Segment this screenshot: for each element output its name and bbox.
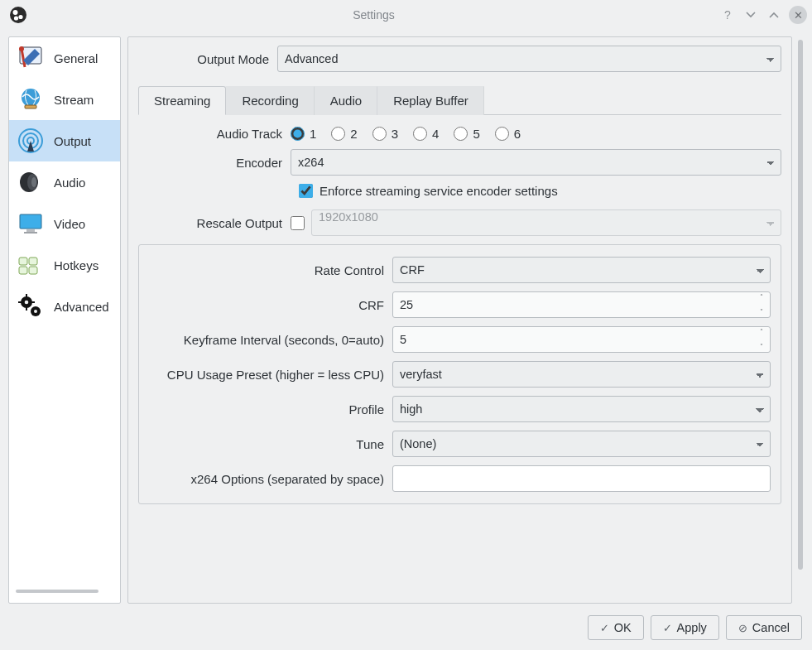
svg-rect-20: [29, 267, 37, 274]
sidebar-item-label: Audio: [54, 176, 85, 190]
svg-rect-17: [19, 258, 27, 265]
sidebar-item-output[interactable]: Output: [9, 120, 120, 161]
encoder-settings-group: Rate Control CRF CRF ˄˅ Keyframe Interva…: [138, 244, 781, 504]
audio-track-radio-5[interactable]: [454, 127, 468, 141]
x264-opts-label: x264 Options (separated by space): [149, 472, 392, 486]
rate-control-select[interactable]: CRF: [392, 257, 771, 283]
audio-track-option-3[interactable]: 3: [372, 127, 398, 141]
sidebar-item-label: Stream: [54, 93, 94, 107]
keyboard-icon: [16, 250, 46, 280]
sidebar-item-stream[interactable]: Stream: [9, 79, 120, 120]
svg-point-13: [31, 177, 36, 187]
rate-control-label: Rate Control: [149, 263, 392, 277]
svg-rect-18: [29, 258, 37, 265]
x264-opts-row: x264 Options (separated by space): [149, 465, 771, 492]
profile-row: Profile high: [149, 396, 771, 422]
footer: ✓OK ✓Apply ⊘Cancel: [0, 607, 812, 650]
minimize-button[interactable]: [742, 7, 759, 23]
encoder-label: Encoder: [138, 156, 291, 170]
x264-opts-input[interactable]: [392, 465, 771, 492]
audio-track-radio-3[interactable]: [372, 127, 387, 141]
enforce-checkbox[interactable]: [299, 184, 313, 198]
chevron-down-icon[interactable]: ˅: [756, 344, 767, 350]
checkmark-icon: ✓: [600, 622, 609, 634]
audio-track-radio-2[interactable]: [331, 127, 345, 141]
svg-point-24: [34, 310, 37, 313]
chevron-up-icon[interactable]: ˄: [756, 329, 767, 335]
audio-track-option-6[interactable]: 6: [495, 127, 521, 141]
keyframe-label: Keyframe Interval (seconds, 0=auto): [149, 333, 392, 347]
chevron-up-icon[interactable]: ˄: [756, 294, 767, 301]
tabs: Streaming Recording Audio Replay Buffer: [138, 85, 781, 115]
rescale-checkbox[interactable]: [291, 216, 305, 230]
ban-icon: ⊘: [738, 622, 747, 634]
keyframe-spin[interactable]: ˄˅: [392, 326, 771, 353]
keyframe-spin-arrows[interactable]: ˄˅: [756, 329, 767, 350]
content-scrollbar[interactable]: [797, 36, 804, 604]
svg-point-3: [14, 16, 18, 20]
wrench-icon: [16, 43, 46, 73]
app-icon: [8, 5, 28, 25]
tune-label: Tune: [149, 437, 392, 451]
svg-rect-19: [19, 267, 27, 274]
sidebar-item-hotkeys[interactable]: Hotkeys: [9, 244, 120, 286]
sidebar-scrollbar[interactable]: [16, 590, 110, 596]
maximize-button[interactable]: [766, 7, 782, 23]
audio-track-option-4[interactable]: 4: [413, 127, 439, 141]
sidebar-item-label: Output: [54, 134, 91, 148]
svg-rect-16: [24, 232, 37, 234]
window-buttons: ? ✕: [719, 6, 807, 24]
apply-button[interactable]: ✓Apply: [651, 615, 719, 640]
svg-point-1: [13, 10, 18, 15]
cpu-preset-label: CPU Usage Preset (higher = less CPU): [149, 368, 392, 382]
help-button[interactable]: ?: [719, 7, 736, 23]
audio-track-radio-6[interactable]: [495, 127, 509, 141]
output-mode-row: Output Mode Advanced: [138, 46, 781, 72]
svg-point-2: [18, 15, 22, 19]
sidebar-item-label: General: [54, 51, 98, 65]
cpu-preset-select[interactable]: veryfast: [392, 361, 771, 388]
crf-spin-arrows[interactable]: ˄˅: [756, 294, 767, 315]
sidebar-item-advanced[interactable]: Advanced: [9, 286, 120, 327]
tune-row: Tune (None): [149, 431, 771, 457]
audio-track-radio-4[interactable]: [413, 127, 427, 141]
main: Output Mode Advanced Streaming Recording…: [127, 36, 804, 604]
ok-button[interactable]: ✓OK: [588, 615, 644, 640]
sidebar-item-general[interactable]: General: [9, 37, 120, 79]
profile-select[interactable]: high: [392, 396, 771, 422]
audio-track-option-5[interactable]: 5: [454, 127, 479, 141]
crf-label: CRF: [149, 298, 392, 312]
svg-rect-28: [31, 301, 35, 303]
tab-recording[interactable]: Recording: [226, 86, 314, 115]
sidebar-item-label: Video: [54, 217, 85, 231]
audio-track-radio-1[interactable]: [291, 127, 305, 141]
audio-track-radios: 1 2 3 4 5 6: [291, 127, 521, 141]
tab-replay-buffer[interactable]: Replay Buffer: [377, 86, 484, 115]
close-button[interactable]: ✕: [789, 6, 807, 24]
audio-track-option-2[interactable]: 2: [331, 127, 357, 141]
sidebar-list: General Stream Output: [9, 37, 120, 590]
profile-label: Profile: [149, 402, 392, 416]
audio-track-option-1[interactable]: 1: [291, 127, 316, 141]
svg-rect-15: [26, 229, 35, 232]
svg-rect-27: [18, 301, 22, 303]
output-mode-select[interactable]: Advanced: [277, 46, 781, 72]
chevron-down-icon[interactable]: ˅: [756, 309, 767, 315]
enforce-label: Enforce streaming service encoder settin…: [320, 184, 558, 198]
sidebar-item-video[interactable]: Video: [9, 203, 120, 244]
titlebar: Settings ? ✕: [0, 0, 812, 30]
tab-audio[interactable]: Audio: [315, 86, 377, 115]
tune-select[interactable]: (None): [392, 431, 771, 457]
crf-input[interactable]: [392, 291, 771, 318]
rescale-row: Rescale Output 1920x1080: [138, 209, 781, 236]
crf-spin[interactable]: ˄˅: [392, 291, 771, 318]
output-mode-label: Output Mode: [138, 52, 277, 66]
tab-body-streaming: Audio Track 1 2 3 4 5 6 Encoder: [138, 115, 781, 504]
keyframe-input[interactable]: [392, 326, 771, 353]
audio-track-label: Audio Track: [138, 127, 291, 141]
checkmark-icon: ✓: [663, 622, 672, 634]
cancel-button[interactable]: ⊘Cancel: [726, 615, 802, 640]
tab-streaming[interactable]: Streaming: [138, 86, 226, 115]
encoder-select[interactable]: x264: [291, 149, 781, 176]
sidebar-item-audio[interactable]: Audio: [9, 161, 120, 203]
